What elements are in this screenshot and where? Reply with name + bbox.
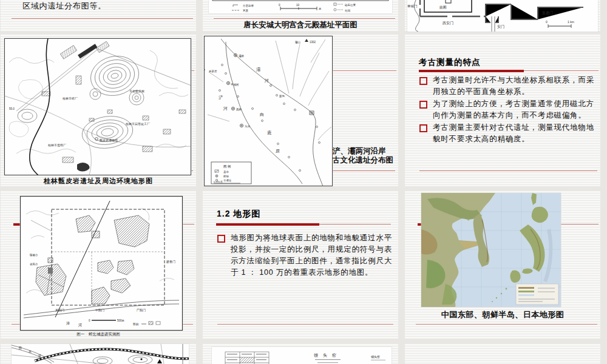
area-char: 鹿 [267,130,271,135]
bullet-tail-text: 区域内遗址分布图等。 [22,1,106,12]
bullet-square-icon [419,77,427,85]
legend-item: 古遗址 [223,179,232,182]
accent-bar [419,70,524,72]
peak-elevation: 1302 [310,41,316,44]
legend-title: 图 例 [223,164,231,169]
bullet-text: 考古测量主要针对古代遗址，测量现代地物地貌时不要求太高的精确度。 [433,122,598,145]
accent-bottom-line [214,18,395,19]
legend-label: 柱洞 [345,9,351,12]
slide-caption: 中国东部、朝鲜半岛、日本地形图 [405,309,600,320]
map-title-line2: 古文化遗址分布图 [333,156,396,165]
yecheng-map-drawing: 铜雀台 金凤台 凤阳门 中阳门 广阳门 建春门 漳 河 0 500米 图例: [20,196,183,331]
area-char: 白 [260,112,264,117]
accent-bottom-line [217,324,393,325]
legend-label: 图例: [133,323,139,326]
accent-bottom-line [416,324,597,325]
map-elevation: 55.0 [9,107,15,110]
bullet-item: 地形图为将地球表面上的地物和地貌通过水平投影，并按一定的比例尺，用规定的符号与表… [217,232,395,278]
river-char: 漳 [66,321,70,325]
dike-map-image: 防 水 堤 [12,344,189,364]
slide-thumbnail-dike-map[interactable]: 防 水 堤 [1,344,196,364]
bullet-item: 考古测量主要针对古代遗址，测量现代地物地貌时不要求太高的精确度。 [419,122,598,145]
map-label-gate: 章城门 [407,4,418,8]
slide-thumbnail-eastasia[interactable]: 中国东部、朝鲜半岛、日本地形图 [405,191,600,339]
site-label: 马兴 [245,125,251,128]
dike-map-drawing: 防 水 堤 [12,344,189,364]
slide-caption: 唐长安城大明宫含元殿基址平面图 [203,20,398,30]
map-label: 市农机学校 [129,89,144,93]
slide-thumbnail-zengpiyan[interactable]: 桂林市砖厂 市农机学校 桂林市日用化工厂 甑皮岩博物馆 桂林市造纸厂 55.0 … [1,35,196,186]
bullet-text: 为了测绘上的方便，考古测量通常使用磁北方向作为测量的基本方向，而不考虑磁偏角。 [433,98,598,121]
river-char: 河 [78,323,82,327]
slide-caption: 桂林甑皮岩遗址及周边环境地形图 [1,177,196,186]
changan-plan-drawing: 前殿 章城门 西安门 安门 复盎门 0 1 km [407,0,598,32]
site-label: 米家崖 [209,70,217,73]
river-char: 河 [223,106,228,111]
scale-label: 1 km [568,20,574,24]
legend-label: 础石位置 [344,3,356,7]
legend-scale: 0 4 8公里 [214,181,223,183]
kiln-sheet-image: 馒 头 窑 馒头窑 [212,347,392,364]
river-char: 浐 [219,95,223,100]
map-label: 甑皮岩博物馆 [100,138,118,143]
sheet-title: 馒 头 窑 [313,353,338,357]
slide-thumbnail-survey-features[interactable]: 考古测量的特点 考古测量时允许不与大地坐标系相联系，而采用独立的平面直角坐标系。… [405,35,600,186]
scale-zero: 0 [279,4,280,7]
bullet-text: 考古测量时允许不与大地坐标系相联系，而采用独立的平面直角坐标系。 [433,75,598,98]
map-label: 金凤台 [30,263,38,266]
eastasia-map-drawing [421,193,561,307]
site-label: 半坡村 [231,83,239,87]
area-char: 原 [276,149,280,153]
slide-thumbnail-yecheng[interactable]: 铜雀台 金凤台 凤阳门 中阳门 广阳门 建春门 漳 河 0 500米 图例: 图… [1,191,196,339]
legend-label: 复原 [243,9,249,12]
legend-label: 台基边缘 [243,4,254,7]
scale-zero: 0 [546,20,548,24]
eastasia-map-image [421,193,561,307]
slide-thumbnail-empty[interactable] [405,344,600,364]
map-label-qiandian: 前殿 [439,5,447,9]
map-label-gate: 安门 [497,24,504,29]
legend-item: 县市 [223,170,229,174]
bullet-square-icon [419,124,427,132]
map-label: 桂林市日用化工厂 [125,122,150,126]
zengpiyan-map-drawing: 桂林市砖厂 市农机学校 桂林市日用化工厂 甑皮岩博物馆 桂林市造纸厂 55.0 [4,38,191,175]
slide-thumbnail-changan-plan[interactable]: 前殿 章城门 西安门 安门 复盎门 0 1 km [405,0,600,32]
gate-label: 中阳门 [95,308,104,312]
accent-thin-line [319,224,391,224]
changan-plan-image: 前殿 章城门 西安门 安门 复盎门 0 1 km [407,0,598,32]
map-title-line1: 浐、灞两河沿岸 [333,147,396,156]
chanba-map-image: 灞桥 米家崖 半坡村 高桥 马兴 新筑 浐 河 灞 河 白 鹿 原 骊山 130… [204,36,333,186]
slide-thumbnail-hanyuan-plan[interactable]: 台基边缘 复原 0 10 米 础石位置 柱洞 唐长安城大明宫含元殿基址平面图 [203,0,398,32]
site-label: 灞桥 [239,55,245,58]
accent-bottom-line [12,18,193,19]
yecheng-map-image: 铜雀台 金凤台 凤阳门 中阳门 广阳门 建春门 漳 河 0 500米 图例: [20,196,183,331]
slide-thumbnail-topo-def[interactable]: 1.2 地形图 地形图为将地球表面上的地物和地貌通过水平投影，并按一定的比例尺，… [203,191,398,339]
gate-label: 凤阳门 [55,308,64,312]
river-char: 河 [264,78,269,83]
slide-caption: 图一 邺北城遗迹实测图 [1,332,196,337]
scale-ten: 10 [296,4,300,7]
slide-sorter-canvas: 区域内遗址分布图等。 台基边缘 复原 0 10 米 [0,0,607,364]
map-label: 桂林市砖厂 [62,96,78,100]
site-label: 新筑 [279,95,285,98]
scale-label: 500米 [117,319,125,322]
gate-label: 广阳门 [137,308,146,312]
kiln-sheet-drawing: 馒 头 窑 馒头窑 [212,347,392,364]
site-label: 高桥 [236,108,242,111]
slide-thumbnail-kiln-sheet[interactable]: 馒 头 窑 馒头窑 [203,344,398,364]
gate-label: 建春门 [166,260,175,264]
dike-char: 防 [19,346,22,350]
bullet-square-icon [419,101,427,109]
hanyuan-plan-drawing: 台基边缘 复原 0 10 米 础石位置 柱洞 [209,0,392,13]
slide-title: 1.2 地形图 [217,209,260,220]
river-char: 灞 [256,67,260,72]
sheet-title-right: 馒头窑 [371,355,380,359]
scale-unit: 米 [319,7,322,10]
slide-thumbnail-chanba[interactable]: 灞桥 米家崖 半坡村 高桥 马兴 新筑 浐 河 灞 河 白 鹿 原 骊山 130… [203,35,398,186]
dike-char: 水 [29,349,32,353]
accent-thin-line [524,70,599,71]
bullet-item: 为了测绘上的方便，考古测量通常使用磁北方向作为测量的基本方向，而不考虑磁偏角。 [419,98,598,121]
slide-thumbnail-prev-text[interactable]: 区域内遗址分布图等。 [1,0,196,32]
bullet-text: 地形图为将地球表面上的地物和地貌通过水平投影，并按一定的比例尺，用规定的符号与表… [231,232,395,278]
map-label-gate: 复盎门 [542,10,553,15]
